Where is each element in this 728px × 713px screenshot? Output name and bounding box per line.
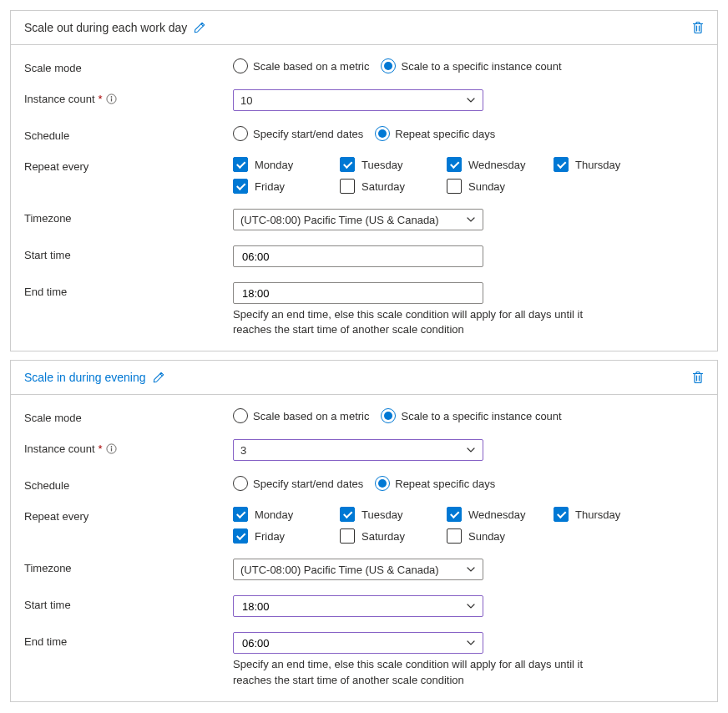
required-asterisk: * [99, 442, 103, 455]
radio-icon [381, 408, 396, 423]
instance-count-input[interactable]: 3 [233, 439, 483, 461]
card-title: Scale in during evening [24, 371, 146, 384]
day-label: Thursday [575, 508, 620, 521]
row-start-time: Start time [24, 245, 704, 267]
checkbox-icon [447, 528, 462, 544]
radio-icon [233, 408, 248, 423]
timezone-select[interactable]: (UTC-08:00) Pacific Time (US & Canada) [233, 209, 483, 230]
day-label: Friday [255, 530, 285, 543]
checkbox-icon [233, 528, 248, 544]
row-repeat-every: Repeat every Monday Tuesday Wednesday Th… [24, 157, 704, 194]
radio-icon [381, 58, 396, 73]
checkbox-thursday[interactable]: Thursday [554, 507, 660, 522]
row-schedule: Schedule Specify start/end dates Repeat … [24, 126, 704, 142]
start-time-value[interactable] [240, 250, 476, 264]
radio-scale-metric[interactable]: Scale based on a metric [233, 408, 369, 423]
label-text: Instance count [24, 93, 95, 105]
radio-specify-dates[interactable]: Specify start/end dates [233, 126, 363, 141]
radio-scale-instance[interactable]: Scale to a specific instance count [381, 408, 561, 423]
delete-icon[interactable] [692, 371, 704, 384]
label-end-time: End time [24, 282, 233, 298]
checkbox-tuesday[interactable]: Tuesday [340, 157, 447, 172]
schedule-group: Specify start/end dates Repeat specific … [233, 126, 704, 141]
radio-repeat-days[interactable]: Repeat specific days [375, 126, 495, 141]
checkbox-icon [340, 179, 355, 194]
day-label: Tuesday [361, 159, 402, 171]
checkbox-thursday[interactable]: Thursday [554, 157, 660, 172]
checkbox-icon [447, 179, 462, 194]
svg-point-4 [110, 446, 112, 448]
edit-icon[interactable] [153, 372, 164, 383]
card-body: Scale mode Scale based on a metric Scale… [11, 45, 717, 351]
checkbox-wednesday[interactable]: Wednesday [447, 157, 554, 172]
day-label: Wednesday [468, 508, 525, 521]
end-time-value[interactable] [240, 636, 476, 650]
checkbox-icon [340, 157, 355, 172]
checkbox-monday[interactable]: Monday [233, 507, 340, 522]
checkbox-icon [447, 507, 462, 522]
day-label: Monday [255, 159, 293, 171]
label-schedule: Schedule [24, 126, 233, 142]
instance-count-input[interactable]: 10 [233, 89, 483, 111]
radio-scale-instance[interactable]: Scale to a specific instance count [381, 58, 561, 73]
checkbox-saturday[interactable]: Saturday [340, 179, 447, 194]
row-schedule: Schedule Specify start/end dates Repeat … [24, 476, 704, 492]
card-title-row: Scale in during evening [24, 371, 164, 384]
timezone-value: (UTC-08:00) Pacific Time (US & Canada) [240, 564, 439, 576]
label-start-time: Start time [24, 595, 233, 611]
end-time-input[interactable] [233, 632, 483, 654]
days-grid: Monday Tuesday Wednesday Thursday Friday… [233, 157, 667, 194]
scale-mode-group: Scale based on a metric Scale to a speci… [233, 408, 704, 423]
scale-mode-group: Scale based on a metric Scale to a speci… [233, 58, 704, 73]
checkbox-wednesday[interactable]: Wednesday [447, 507, 554, 522]
checkbox-sunday[interactable]: Sunday [447, 528, 554, 544]
radio-label: Scale to a specific instance count [401, 410, 561, 422]
checkbox-friday[interactable]: Friday [233, 528, 340, 544]
start-time-input[interactable] [233, 595, 483, 617]
radio-icon [375, 476, 390, 491]
label-start-time: Start time [24, 245, 233, 261]
radio-repeat-days[interactable]: Repeat specific days [375, 476, 495, 491]
checkbox-sunday[interactable]: Sunday [447, 179, 554, 194]
card-body: Scale mode Scale based on a metric Scale… [11, 395, 717, 700]
chevron-down-icon [466, 95, 476, 105]
radio-specify-dates[interactable]: Specify start/end dates [233, 476, 363, 491]
end-time-value[interactable] [240, 286, 476, 301]
checkbox-icon [340, 528, 355, 544]
info-icon[interactable] [106, 94, 117, 104]
timezone-select[interactable]: (UTC-08:00) Pacific Time (US & Canada) [233, 559, 483, 580]
checkbox-friday[interactable]: Friday [233, 179, 340, 194]
checkbox-saturday[interactable]: Saturday [340, 528, 447, 544]
card-title-row: Scale out during each work day [24, 21, 205, 34]
checkbox-icon [233, 179, 248, 194]
row-start-time: Start time [24, 595, 704, 617]
info-icon[interactable] [106, 443, 117, 454]
row-timezone: Timezone (UTC-08:00) Pacific Time (US & … [24, 209, 704, 230]
schedule-group: Specify start/end dates Repeat specific … [233, 476, 704, 491]
end-time-hint: Specify an end time, else this scale con… [233, 307, 600, 337]
radio-label: Specify start/end dates [253, 128, 363, 140]
chevron-down-icon [466, 445, 476, 455]
instance-count-value: 3 [240, 444, 246, 457]
checkbox-icon [233, 507, 248, 522]
radio-label: Repeat specific days [395, 128, 495, 140]
checkbox-icon [340, 507, 355, 522]
checkbox-tuesday[interactable]: Tuesday [340, 507, 447, 522]
day-label: Saturday [361, 530, 405, 543]
edit-icon[interactable] [194, 22, 205, 33]
row-end-time: End time Specify an end time, else this … [24, 282, 704, 337]
radio-scale-metric[interactable]: Scale based on a metric [233, 58, 369, 73]
checkbox-icon [233, 157, 248, 172]
day-label: Sunday [468, 530, 505, 543]
days-grid: Monday Tuesday Wednesday Thursday Friday… [233, 507, 667, 544]
start-time-input[interactable] [233, 245, 483, 267]
label-repeat-every: Repeat every [24, 157, 233, 173]
end-time-input[interactable] [233, 282, 483, 304]
label-instance-count: Instance count* [24, 89, 233, 105]
delete-icon[interactable] [692, 21, 704, 34]
checkbox-monday[interactable]: Monday [233, 157, 340, 172]
end-time-hint: Specify an end time, else this scale con… [233, 657, 600, 687]
label-instance-count: Instance count* [24, 439, 233, 455]
start-time-value[interactable] [240, 599, 476, 614]
card-header: Scale out during each work day [11, 11, 717, 45]
